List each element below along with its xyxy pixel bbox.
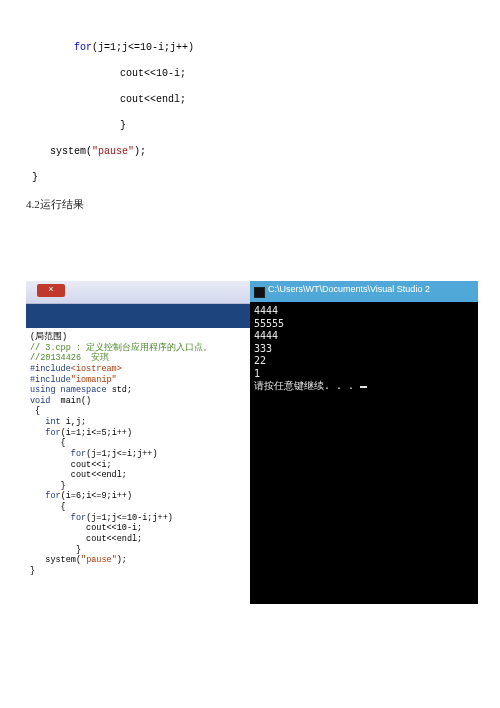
code-text: cout<<i; (71, 460, 112, 470)
console-window: C:\Users\WT\Documents\Visual Studio 2 44… (250, 281, 478, 599)
code-text: } (30, 566, 35, 576)
close-icon[interactable]: × (37, 284, 65, 297)
token-keyword: for (71, 513, 86, 523)
vs-titlebar: × (26, 281, 250, 304)
token-keyword: for (71, 449, 86, 459)
vs-code-editor[interactable]: (局范围) // 3.cpp : 定义控制台应用程序的入口点。 //201344… (26, 328, 250, 643)
token-include: <iostream> (71, 364, 122, 374)
code-text: main() (50, 396, 91, 406)
code-text: cout<<endl; (71, 470, 127, 480)
scope-label: (局范围) (30, 332, 67, 342)
token-comment: // 3.cpp : 定义控制台应用程序的入口点。 (30, 343, 212, 353)
code-text: (i=6;i<=9;i++) (61, 491, 132, 501)
code-text: cout<<10-i; (86, 523, 142, 533)
console-line: 55555 (254, 318, 284, 329)
ide-screenshot: × (局范围) // 3.cpp : 定义控制台应用程序的入口点。 //2013… (26, 281, 478, 635)
code-text: (j=1;j<=10-i;j++) (92, 42, 194, 53)
code-text: i,j; (61, 417, 87, 427)
token-preproc: #include (30, 375, 71, 385)
token-include: "iomanip" (71, 375, 117, 385)
code-fragment-block: for(j=1;j<=10-i;j++) cout<<10-i; cout<<e… (0, 0, 500, 191)
code-text: } (76, 545, 81, 555)
code-line: cout<<endl; (32, 87, 500, 113)
token-keyword: for (45, 491, 60, 501)
console-output[interactable]: 4444 55555 4444 333 22 1 请按任意键继续. . . (250, 302, 478, 604)
token-string: "pause" (92, 146, 134, 157)
token-keyword: int (45, 417, 60, 427)
token-keyword: namespace (56, 385, 107, 395)
code-text: (i=1;i<=5;i++) (61, 428, 132, 438)
console-prompt: 请按任意键继续. . . (254, 380, 360, 391)
token-keyword: void (30, 396, 50, 406)
code-text: { (61, 502, 66, 512)
vs-editor-pane: × (局范围) // 3.cpp : 定义控制台应用程序的入口点。 //2013… (26, 281, 250, 635)
code-text: cout<<endl; (86, 534, 142, 544)
code-line: system("pause"); (32, 139, 500, 165)
token-comment: //20134426 安琪 (30, 353, 109, 363)
code-text: (j=1;j<=10-i;j++) (86, 513, 173, 523)
section-heading: 4.2运行结果 (26, 197, 500, 212)
console-line: 333 (254, 343, 272, 354)
code-line: } (32, 165, 500, 191)
code-text: ); (134, 146, 146, 157)
vs-toolstrip (26, 304, 250, 328)
code-text: { (61, 438, 66, 448)
code-line: cout<<10-i; (32, 61, 500, 87)
code-text: (j=1;j<=i;j++) (86, 449, 157, 459)
token-keyword: using (30, 385, 56, 395)
console-line: 4444 (254, 305, 278, 316)
console-line: 4444 (254, 330, 278, 341)
token-string: "pause" (81, 555, 117, 565)
code-text: } (61, 481, 66, 491)
token-keyword: for (45, 428, 60, 438)
console-title-text: C:\Users\WT\Documents\Visual Studio 2 (268, 284, 430, 294)
console-titlebar[interactable]: C:\Users\WT\Documents\Visual Studio 2 (250, 283, 478, 302)
console-line: 1 (254, 368, 260, 379)
code-text: std; (107, 385, 133, 395)
token-keyword: for (74, 42, 92, 53)
token-preproc: #include (30, 364, 71, 374)
console-line: 22 (254, 355, 266, 366)
code-text: system( (45, 555, 81, 565)
code-text: { (30, 406, 40, 416)
console-cursor (360, 386, 367, 388)
code-line: } (32, 113, 500, 139)
console-icon (254, 287, 265, 298)
code-line: for(j=1;j<=10-i;j++) (32, 35, 500, 61)
code-text: system( (50, 146, 92, 157)
code-text: ); (117, 555, 127, 565)
